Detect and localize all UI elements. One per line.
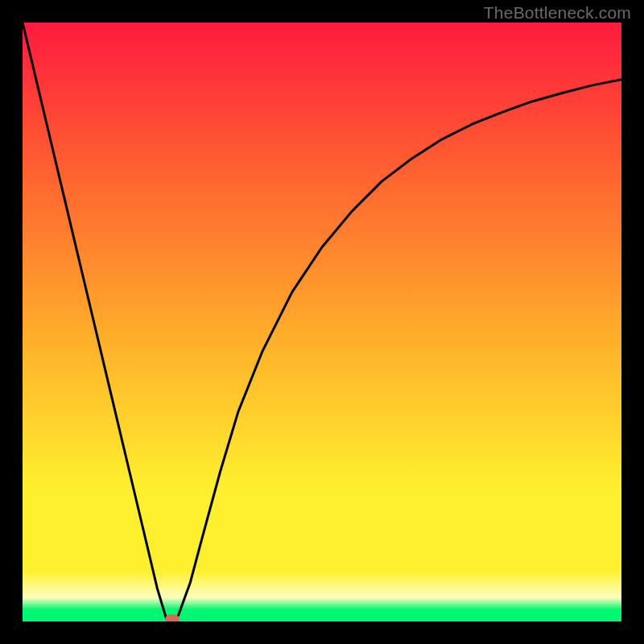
min-marker [165,614,180,621]
chart-frame: TheBottleneck.com [0,0,644,644]
watermark-label: TheBottleneck.com [484,3,631,23]
bottleneck-curve [23,23,621,621]
plot-area [23,23,621,621]
